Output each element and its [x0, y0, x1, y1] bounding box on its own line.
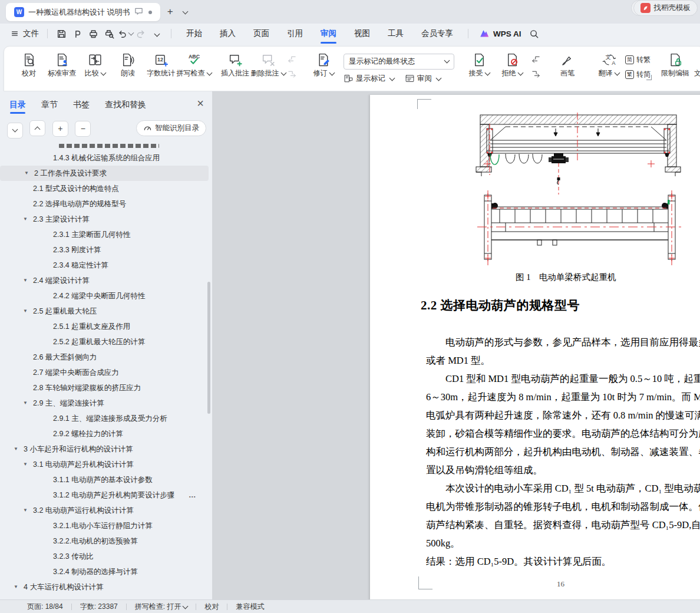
menu-item-reference[interactable]: 引用: [278, 24, 312, 44]
translate-button[interactable]: 文A 翻译: [592, 51, 625, 80]
toc-item[interactable]: 2.4.2 端梁中央断面几何特性: [0, 288, 209, 304]
toolbar-more-chevron-icon[interactable]: [149, 27, 165, 41]
status-spell-check[interactable]: 拼写检查: 打开: [135, 602, 188, 612]
toc-item[interactable]: 2.1 型式及设计的构造特点: [0, 181, 209, 196]
toc-item[interactable]: 2.9.2 螺栓拉力的计算: [0, 426, 209, 441]
toc-item[interactable]: 2.7 端梁中央断面合成应力: [0, 365, 209, 380]
insert-comment-button[interactable]: 插入批注: [219, 51, 252, 80]
document-page[interactable]: 图 1 电动单梁桥式起重机 2.2 选择电动葫芦的规格型号 电动葫芦的形式与参数…: [370, 95, 700, 600]
new-tab-button[interactable]: +: [163, 4, 178, 19]
docer-tab[interactable]: 找稻壳模板: [633, 0, 698, 16]
word-count-button[interactable]: 12 字数统计: [144, 51, 177, 80]
toc-item[interactable]: ▼2.4 端梁设计计算: [0, 273, 209, 288]
pen-button[interactable]: 画笔: [551, 51, 584, 80]
menu-item-home[interactable]: 开始: [177, 24, 211, 44]
accept-button[interactable]: 接受: [463, 51, 496, 80]
toc-item[interactable]: ▼2.5 起重机最大轮压: [0, 304, 209, 319]
toc-item[interactable]: 2.3.4 稳定性计算: [0, 258, 209, 273]
standard-review-button[interactable]: 标准审查: [45, 51, 78, 80]
collapse-triangle-icon[interactable]: ▼: [23, 457, 28, 472]
toc-item[interactable]: ▼3 小车起升和运行机构的设计计算: [0, 441, 209, 457]
menu-item-page[interactable]: 页面: [245, 24, 278, 44]
status-word-count[interactable]: 字数: 23387: [80, 602, 118, 612]
reject-button[interactable]: 拒绝: [496, 51, 529, 80]
status-compat-mode[interactable]: 兼容模式: [236, 602, 264, 612]
previous-change-button[interactable]: [529, 54, 543, 65]
next-change-button[interactable]: [529, 68, 543, 80]
collapse-triangle-icon[interactable]: ▼: [23, 396, 28, 411]
menu-item-member[interactable]: 会员专享: [412, 24, 462, 44]
collapse-triangle-icon[interactable]: ▼: [14, 441, 18, 457]
tab-list-chevron-icon[interactable]: [178, 4, 193, 19]
search-icon[interactable]: [526, 27, 542, 41]
toc-item[interactable]: 3.1.2 电动葫芦起升机构简要设计步骤…: [0, 487, 209, 503]
toc-item[interactable]: 3.2.2.电动机的初选预验算: [0, 533, 209, 549]
menu-item-review[interactable]: 审阅: [312, 24, 345, 44]
menu-item-view[interactable]: 视图: [345, 24, 379, 44]
collapse-triangle-icon[interactable]: ▼: [14, 579, 18, 595]
print-preview-button[interactable]: [101, 27, 117, 41]
toc-item[interactable]: 2.2 选择电动葫芦的规格型号: [0, 196, 209, 212]
toc-item[interactable]: 2.3.3 刚度计算: [0, 242, 209, 258]
toc-item[interactable]: 2.9.1 主、端梁连接形成及受力分析: [0, 411, 209, 426]
toc-item[interactable]: ▼2.9 主、端梁连接计算: [0, 396, 209, 411]
toc-item[interactable]: ▼3.1 电动葫芦起升机构设计计算: [0, 457, 209, 472]
track-changes-button[interactable]: 修订: [307, 51, 340, 80]
encrypt-button[interactable]: 文档加密: [692, 51, 700, 80]
zoom-in-outline-button[interactable]: +: [52, 121, 68, 137]
markup-state-select[interactable]: 显示标记的最终状态: [344, 54, 454, 70]
wps-ai-button[interactable]: WPS AI: [474, 28, 526, 39]
collapse-triangle-icon[interactable]: ▼: [23, 212, 28, 227]
collapse-triangle-icon[interactable]: ▼: [24, 166, 29, 181]
sidebar-scrollbar[interactable]: [207, 282, 210, 414]
review-pane-button[interactable]: 审阅: [405, 74, 441, 84]
toc-item[interactable]: 3.2.1.电动小车运行静阻力计算: [0, 518, 209, 533]
print-button[interactable]: [85, 27, 101, 41]
expand-all-button[interactable]: [7, 123, 23, 139]
toc-item[interactable]: ▼4 大车运行机构设计计算: [0, 579, 209, 595]
toc-item[interactable]: 2.3.1 主梁断面几何特性: [0, 227, 209, 242]
compare-button[interactable]: 比较: [78, 51, 111, 80]
collapse-all-button[interactable]: [29, 120, 45, 136]
zoom-out-outline-button[interactable]: −: [75, 121, 91, 137]
tab-comment-icon[interactable]: [134, 7, 143, 17]
toc-item[interactable]: 2.5.2 起重机最大轮压的计算: [0, 334, 209, 350]
read-aloud-button[interactable]: 朗读: [111, 51, 144, 80]
toc-item-overflow-icon[interactable]: …: [189, 487, 197, 503]
toc-item[interactable]: 3.1.1 电动葫芦的基本设计参数: [0, 472, 209, 487]
proofread-button[interactable]: 校对: [12, 51, 45, 80]
to-traditional-button[interactable]: 简 转繁: [625, 55, 651, 65]
status-proofread[interactable]: 校对: [204, 602, 219, 612]
sidebar-tab-contents[interactable]: 目录: [9, 100, 26, 110]
export-pdf-button[interactable]: [70, 27, 85, 41]
group-expand-icon[interactable]: [646, 75, 652, 80]
clipped-toc-item[interactable]: [59, 144, 159, 148]
toc-item[interactable]: 2.5.1 起重机支座及作用: [0, 319, 209, 334]
toc-item[interactable]: ▼3.2 电动葫芦运行机构设计计算: [0, 503, 209, 518]
menu-item-tools[interactable]: 工具: [379, 24, 412, 44]
sidebar-close-icon[interactable]: ×: [197, 97, 204, 109]
save-button[interactable]: [54, 27, 70, 41]
smart-toc-button[interactable]: 智能识别目录: [136, 120, 206, 136]
collapse-triangle-icon[interactable]: ▼: [23, 304, 28, 319]
toc-item[interactable]: 3.2.3 传动比: [0, 549, 209, 564]
restrict-edit-button[interactable]: 限制编辑: [659, 51, 692, 80]
sidebar-tab-find-replace[interactable]: 查找和替换: [105, 100, 146, 110]
toc-item[interactable]: ▼2.3 主梁设计计算: [0, 212, 209, 227]
status-page-indicator[interactable]: 页面: 18/84: [27, 602, 63, 612]
file-menu[interactable]: 文件: [8, 28, 41, 39]
toc-item[interactable]: 1.4.3 机械化运输系统的组合应用: [0, 150, 209, 166]
undo-button[interactable]: [117, 27, 133, 41]
collapse-triangle-icon[interactable]: ▼: [23, 273, 28, 288]
toc-item[interactable]: 2.8 车轮轴对端梁腹板的挤压应力: [0, 380, 209, 396]
sidebar-tab-bookmarks[interactable]: 书签: [73, 100, 90, 110]
spell-check-button[interactable]: ABC 拼写检查: [177, 51, 210, 80]
document-canvas[interactable]: 图 1 电动单梁桥式起重机 2.2 选择电动葫芦的规格型号 电动葫芦的形式与参数…: [212, 91, 700, 600]
toc-item[interactable]: 2.6 最大歪斜侧向力: [0, 350, 209, 365]
sidebar-tab-chapters[interactable]: 章节: [41, 100, 58, 110]
toc-item[interactable]: ▼2 工作条件及设计要求: [0, 166, 209, 181]
toc-item[interactable]: 3.2.4 制动器的选择与计算: [0, 564, 209, 579]
document-tab[interactable]: W 一种搬运机器结构设计 说明书: [6, 3, 160, 21]
collapse-triangle-icon[interactable]: ▼: [23, 503, 28, 518]
show-markup-button[interactable]: 显示标记: [344, 74, 394, 84]
